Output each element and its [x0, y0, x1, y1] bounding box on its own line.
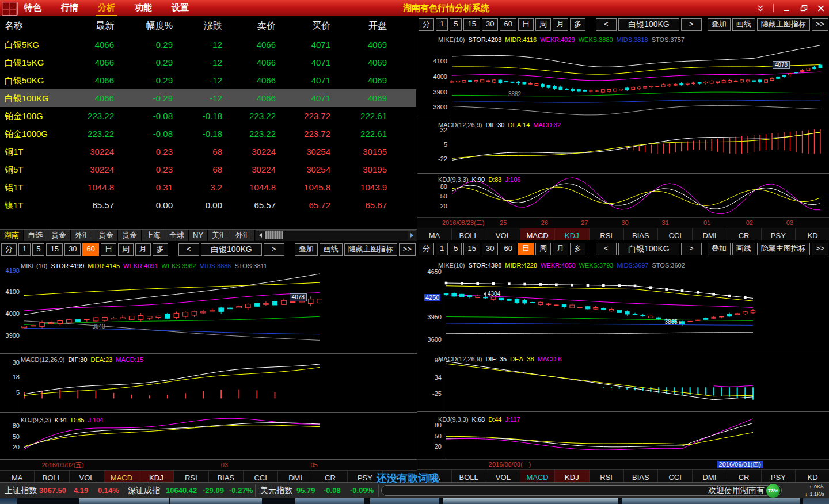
- period-多-button[interactable]: 多: [570, 18, 585, 31]
- market-tab-外汇-10[interactable]: 外汇: [231, 230, 255, 241]
- market-tab-自选-1[interactable]: 自选: [24, 230, 47, 241]
- chart-area-bottom_right[interactable]: MIKE(10)STOR:4398MIDR:4228WEKR:4058WEKS:…: [417, 257, 829, 459]
- scroll-left-arrow-icon[interactable]: [256, 231, 264, 240]
- taskbar-item-5[interactable]: [443, 498, 618, 504]
- table-row-白银100KG[interactable]: 白银100KG4066-0.29-12406640714069: [0, 89, 416, 107]
- symbol-selector[interactable]: 白银100KG: [618, 18, 679, 31]
- taskbar-item-1[interactable]: [79, 498, 169, 504]
- period-日-button[interactable]: 日: [101, 243, 116, 256]
- collapse-chevrons-icon[interactable]: [756, 3, 765, 13]
- taskbar-item-6[interactable]: [622, 498, 800, 504]
- period-1-button[interactable]: 1: [436, 243, 448, 255]
- period-60-button[interactable]: 60: [500, 243, 516, 255]
- period-5-button[interactable]: 5: [32, 243, 44, 256]
- taskbar-item-7[interactable]: [803, 498, 829, 504]
- tool-隐藏主图指标-button[interactable]: 隐藏主图指标: [757, 243, 810, 255]
- close-button[interactable]: [816, 3, 826, 13]
- period-月-button[interactable]: 月: [553, 243, 568, 255]
- period-5-button[interactable]: 5: [450, 243, 462, 255]
- more-tools-button[interactable]: >>: [399, 243, 416, 256]
- table-row-铂金100G[interactable]: 铂金100G223.22-0.08-0.18223.22223.72222.61: [0, 107, 416, 125]
- more-tools-button[interactable]: >>: [812, 243, 828, 255]
- period-分-button[interactable]: 分: [1, 243, 17, 256]
- minimize-button[interactable]: [782, 3, 791, 13]
- symbol-selector[interactable]: 白银100KG: [201, 243, 262, 256]
- period-多-button[interactable]: 多: [570, 243, 585, 255]
- period-15-button[interactable]: 15: [463, 18, 480, 31]
- table-row-铜5T[interactable]: 铜5T302240.2368302243025430195: [0, 161, 416, 178]
- period-30-button[interactable]: 30: [482, 243, 498, 255]
- period-多-button[interactable]: 多: [153, 243, 168, 256]
- tool-画线-button[interactable]: 画线: [732, 18, 755, 31]
- period-分-button[interactable]: 分: [419, 243, 434, 255]
- market-tab-湖南-0[interactable]: 湖南: [0, 230, 24, 241]
- more-tools-button[interactable]: >>: [812, 18, 828, 31]
- table-row-白银15KG[interactable]: 白银15KG4066-0.29-12406640714069: [0, 54, 416, 71]
- table-row-铂金1000G[interactable]: 铂金1000G223.22-0.08-0.18223.22223.72222.6…: [0, 125, 416, 143]
- tool-隐藏主图指标-button[interactable]: 隐藏主图指标: [344, 243, 397, 256]
- period-30-button[interactable]: 30: [64, 243, 81, 256]
- period-周-button[interactable]: 周: [535, 18, 551, 31]
- period-15-button[interactable]: 15: [463, 243, 480, 255]
- next-symbol-button[interactable]: >: [681, 243, 702, 255]
- menu-item-行情[interactable]: 行情: [59, 0, 81, 15]
- chart-area-bottom_left[interactable]: MIKE(10)STOR:4199MIDR:4145WEKR:4091WEKS:…: [0, 257, 417, 460]
- next-symbol-button[interactable]: >: [264, 243, 284, 256]
- market-tab-全球-7[interactable]: 全球: [165, 230, 189, 241]
- axis-tick-80: 80: [417, 183, 447, 190]
- prev-symbol-button[interactable]: <: [178, 243, 199, 256]
- table-row-铜1T[interactable]: 铜1T302240.2368302243025430195: [0, 143, 416, 161]
- market-tab-外汇-3[interactable]: 外汇: [71, 230, 94, 241]
- tool-隐藏主图指标-button[interactable]: 隐藏主图指标: [757, 18, 810, 31]
- market-tab-NY-8[interactable]: NY: [189, 230, 208, 241]
- table-row-铝1T[interactable]: 铝1T1044.80.313.21044.81045.81043.9: [0, 178, 416, 196]
- menu-item-特色[interactable]: 特色: [22, 0, 44, 15]
- tool-叠加-button[interactable]: 叠加: [708, 18, 731, 31]
- period-分-button[interactable]: 分: [419, 18, 434, 31]
- market-tab-美汇-9[interactable]: 美汇: [208, 230, 231, 241]
- period-周-button[interactable]: 周: [118, 243, 134, 256]
- tool-叠加-button[interactable]: 叠加: [295, 243, 318, 256]
- market-tabs-scrollbar[interactable]: [256, 230, 416, 240]
- period-日-button[interactable]: 日: [518, 18, 534, 31]
- menu-item-分析[interactable]: 分析: [96, 0, 117, 17]
- taskbar-item-4[interactable]: [370, 498, 439, 504]
- market-tab-贵金-5[interactable]: 贵金: [118, 230, 142, 241]
- table-row-白银5KG[interactable]: 白银5KG4066-0.29-12406640714069: [0, 36, 416, 54]
- taskbar-item-2[interactable]: [170, 498, 262, 504]
- market-tab-上海-6[interactable]: 上海: [142, 230, 165, 241]
- menu-item-设置[interactable]: 设置: [169, 0, 191, 15]
- table-row-白银50KG[interactable]: 白银50KG4066-0.29-12406640714069: [0, 71, 416, 89]
- market-tab-贵金-2[interactable]: 贵金: [47, 230, 71, 241]
- period-5-button[interactable]: 5: [450, 18, 462, 31]
- prev-symbol-button[interactable]: <: [596, 18, 617, 31]
- tool-画线-button[interactable]: 画线: [320, 243, 343, 256]
- symbol-selector[interactable]: 白银100KG: [618, 243, 679, 255]
- indicator-value: WEKS:3793: [579, 262, 614, 269]
- prev-symbol-button[interactable]: <: [596, 243, 617, 255]
- restore-button[interactable]: [799, 3, 808, 13]
- tool-叠加-button[interactable]: 叠加: [708, 243, 731, 255]
- mike-indicator-readout: MIKE(10)STOR:4203MIDR:4116WEKR:4029WEKS:…: [438, 36, 688, 43]
- scrollbar-thumb[interactable]: [265, 231, 283, 239]
- menu-item-功能[interactable]: 功能: [132, 0, 154, 15]
- period-15-button[interactable]: 15: [46, 243, 62, 256]
- period-30-button[interactable]: 30: [482, 18, 498, 31]
- market-tab-贵金-4[interactable]: 贵金: [94, 230, 118, 241]
- period-月-button[interactable]: 月: [553, 18, 568, 31]
- period-60-button[interactable]: 60: [82, 243, 98, 256]
- table-row-镍1T[interactable]: 镍1T65.570.000.0065.5765.7265.67: [0, 196, 416, 214]
- taskbar-item-3[interactable]: [295, 498, 364, 504]
- period-周-button[interactable]: 周: [535, 243, 551, 255]
- period-60-button[interactable]: 60: [500, 18, 516, 31]
- instrument-name: 铜1T: [5, 143, 24, 161]
- period-日-button[interactable]: 日: [518, 243, 534, 255]
- next-symbol-button[interactable]: >: [681, 18, 702, 31]
- tool-画线-button[interactable]: 画线: [732, 243, 755, 255]
- period-1-button[interactable]: 1: [18, 243, 31, 256]
- taskbar-item-0[interactable]: [0, 498, 17, 504]
- chart-area-top[interactable]: MIKE(10)STOR:4203MIDR:4116WEKR:4029WEKS:…: [417, 32, 829, 217]
- scroll-right-arrow-icon[interactable]: [408, 231, 416, 240]
- period-月-button[interactable]: 月: [135, 243, 151, 256]
- period-1-button[interactable]: 1: [436, 18, 448, 31]
